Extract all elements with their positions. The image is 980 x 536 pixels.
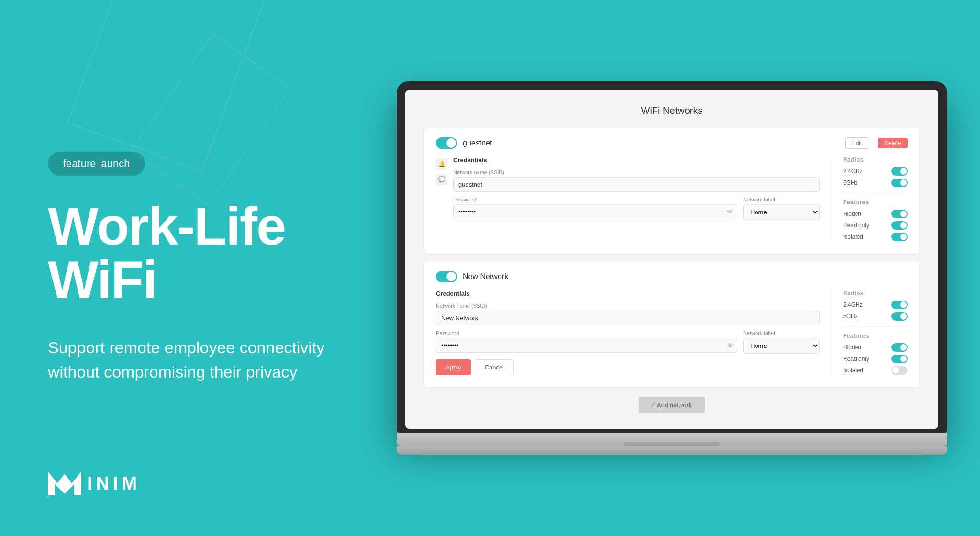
headline: Work-Life WiFi <box>48 200 325 307</box>
network-name-new: New Network <box>463 272 908 281</box>
hidden-label-guestnet: Hidden <box>843 211 861 217</box>
password-label-guestnet: Password <box>453 197 737 202</box>
edit-guestnet-button[interactable]: Edit <box>845 137 869 149</box>
hidden-feature-new: Hidden <box>843 343 908 352</box>
toggle-guestnet[interactable] <box>436 137 457 149</box>
password-input-new[interactable] <box>436 338 737 353</box>
isolated-label-new: Isolated <box>843 367 863 374</box>
password-row-guestnet: Password 👁 Network label <box>453 197 820 220</box>
readonly-label-guestnet: Read only <box>843 222 869 229</box>
toggle-new-network[interactable] <box>436 271 457 282</box>
network-label-select-guestnet[interactable]: Home Work Other <box>743 204 820 220</box>
credentials-title-guestnet: Credentials <box>453 156 820 164</box>
radio-24ghz-new: 2.4GHz <box>843 301 908 309</box>
credentials-section-guestnet: 🔔 💬 Credentials Network name (SSID) <box>436 156 820 244</box>
network-body-guestnet: 🔔 💬 Credentials Network name (SSID) <box>436 156 908 244</box>
laptop-base <box>397 433 947 446</box>
bell-icon: 🔔 <box>436 158 447 170</box>
logo-icon <box>48 469 81 498</box>
isolated-label-guestnet: Isolated <box>843 234 863 240</box>
isolated-feature-guestnet: Isolated <box>843 233 908 241</box>
app-content: WiFi Networks guestnet Edit Delete <box>405 90 938 429</box>
add-network-button[interactable]: + Add network <box>639 397 705 413</box>
radios-title-new: Radios <box>843 290 908 297</box>
password-label-new: Password <box>436 330 737 336</box>
side-icons-guestnet: 🔔 💬 <box>436 156 447 220</box>
isolated-feature-new: Isolated <box>843 366 908 375</box>
network-header-new: New Network <box>436 271 908 282</box>
network-label-label-guestnet: Network label <box>743 197 820 202</box>
network-header-guestnet: guestnet Edit Delete <box>436 137 908 149</box>
laptop: WiFi Networks guestnet Edit Delete <box>397 81 947 455</box>
message-icon: 💬 <box>436 174 447 185</box>
add-network-section: + Add network <box>424 397 919 413</box>
network-label-select-new[interactable]: Home Work Other <box>743 338 820 354</box>
password-input-guestnet[interactable] <box>453 204 737 219</box>
toggle-isolated-new[interactable] <box>891 366 908 375</box>
radio-5-label-guestnet: 5GHz <box>843 179 858 186</box>
eye-icon-new[interactable]: 👁 <box>727 342 734 349</box>
radios-title-guestnet: Radios <box>843 156 908 163</box>
network-label-label-new: Network label <box>743 330 820 336</box>
radio-24-label-new: 2.4GHz <box>843 302 863 308</box>
password-row-new: Password 👁 Network label <box>436 330 820 354</box>
features-title-new: Features <box>843 333 908 339</box>
logo-text: INIM <box>87 473 141 494</box>
features-title-guestnet: Features <box>843 199 908 206</box>
eye-icon-guestnet[interactable]: 👁 <box>727 208 734 216</box>
toggle-5ghz-new[interactable] <box>891 312 908 321</box>
toggle-5ghz-guestnet[interactable] <box>891 179 908 187</box>
radio-5-label-new: 5GHz <box>843 313 858 320</box>
readonly-label-new: Read only <box>843 356 869 362</box>
network-card-new: New Network Credentials Network name (SS… <box>424 261 919 387</box>
toggle-isolated-guestnet[interactable] <box>891 233 908 241</box>
hidden-feature-guestnet: Hidden <box>843 210 908 218</box>
toggle-24ghz-new[interactable] <box>891 301 908 309</box>
laptop-screen: WiFi Networks guestnet Edit Delete <box>397 81 947 433</box>
toggle-24ghz-guestnet[interactable] <box>891 167 908 176</box>
password-wrap-new: 👁 <box>436 338 737 353</box>
laptop-stand <box>397 446 947 455</box>
radios-section-new: Radios 2.4GHz 5GHz Featur <box>831 290 908 378</box>
right-panel: WiFi Networks guestnet Edit Delete <box>364 0 980 536</box>
logo: INIM <box>48 469 141 498</box>
radio-5ghz-new: 5GHz <box>843 312 908 321</box>
app-screen: WiFi Networks guestnet Edit Delete <box>405 90 938 429</box>
toggle-readonly-new[interactable] <box>891 355 908 363</box>
network-card-guestnet: guestnet Edit Delete 🔔 💬 <box>424 128 919 254</box>
credentials-section-new: Credentials Network name (SSID) Password… <box>436 290 820 378</box>
ssid-label-guestnet: Network name (SSID) <box>453 169 820 175</box>
radio-24-label-guestnet: 2.4GHz <box>843 168 863 175</box>
hidden-label-new: Hidden <box>843 344 861 351</box>
radio-5ghz-guestnet: 5GHz <box>843 179 908 187</box>
left-panel: feature launch Work-Life WiFi Support re… <box>0 0 364 536</box>
toggle-hidden-guestnet[interactable] <box>891 210 908 218</box>
toggle-readonly-guestnet[interactable] <box>891 221 908 230</box>
readonly-feature-new: Read only <box>843 355 908 363</box>
app-title: WiFi Networks <box>424 105 919 116</box>
subtext-line1: Support remote employee connectivity <box>48 338 324 357</box>
subtext-line2: without compromising their privacy <box>48 363 298 381</box>
subtext: Support remote employee connectivity wit… <box>48 335 325 384</box>
radios-section-guestnet: Radios 2.4GHz 5GHz Featur <box>831 156 908 244</box>
delete-guestnet-button[interactable]: Delete <box>878 138 908 148</box>
credentials-title-new: Credentials <box>436 290 820 297</box>
ssid-label-new: Network name (SSID) <box>436 303 820 309</box>
cancel-button[interactable]: Cancel <box>475 359 514 375</box>
svg-marker-0 <box>48 471 81 495</box>
ssid-input-new[interactable] <box>436 311 820 325</box>
action-row-new: Apply Cancel <box>436 359 820 375</box>
readonly-feature-guestnet: Read only <box>843 221 908 230</box>
ssid-input-guestnet[interactable] <box>453 177 820 192</box>
toggle-hidden-new[interactable] <box>891 343 908 352</box>
radio-24ghz-guestnet: 2.4GHz <box>843 167 908 176</box>
password-wrap-guestnet: 👁 <box>453 204 737 219</box>
network-body-new: Credentials Network name (SSID) Password… <box>436 290 908 378</box>
apply-button[interactable]: Apply <box>436 359 471 375</box>
network-name-guestnet: guestnet <box>463 139 839 147</box>
feature-badge: feature launch <box>48 152 145 176</box>
